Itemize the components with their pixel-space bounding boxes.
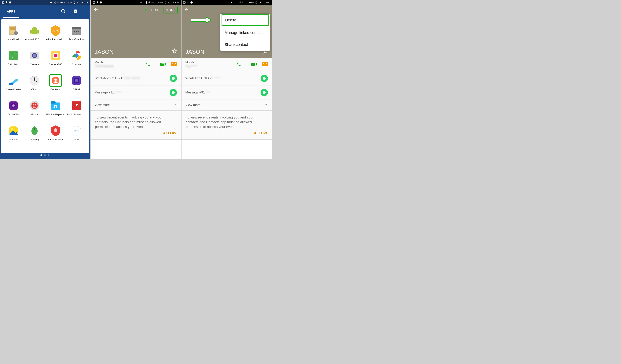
mobile-row[interactable]: Mobile 7xy***** — [182, 58, 272, 71]
svg-rect-66 — [183, 1, 186, 4]
apps-tab[interactable]: APPS — [3, 5, 19, 18]
whatsapp-call-row[interactable]: WhatsApp Call +91 7789 49568 — [91, 71, 181, 85]
app-flash-player-s-[interactable]: Flash Player S… — [66, 99, 87, 120]
video-icon[interactable] — [251, 62, 257, 67]
app-chrome[interactable]: Chrome — [66, 49, 87, 70]
app-greenify[interactable]: Greenify — [24, 124, 45, 145]
screen-contact-menu: 1 4G 80% 11:23 a.m. Delete Manage linked… — [182, 0, 272, 159]
allow-button[interactable]: ALLOW — [182, 130, 272, 140]
svg-point-54 — [11, 128, 13, 131]
picture-icon — [183, 1, 186, 4]
whatsapp-message-row[interactable]: Message +91 **** — [182, 85, 272, 100]
svg-rect-0 — [2, 1, 4, 4]
call-icon[interactable] — [146, 62, 150, 67]
overflow-icon[interactable] — [85, 9, 87, 15]
svg-rect-42 — [75, 79, 78, 82]
back-icon[interactable] — [185, 7, 189, 13]
svg-rect-19 — [72, 27, 81, 29]
svg-point-20 — [74, 31, 75, 32]
app-busybox-pro[interactable]: BusyBox Pro — [66, 24, 87, 45]
app-clean-master[interactable]: Clean Master — [3, 74, 24, 95]
whatsapp-message-row[interactable]: Message +91 7**** — [91, 85, 181, 100]
arrow-annotation — [191, 17, 212, 23]
app-contacts[interactable]: Contacts — [45, 74, 66, 95]
app-android-id-cha-[interactable]: Android ID Cha… — [24, 24, 45, 45]
app-apk-permissio-[interactable]: APKAPK Permissio… — [45, 24, 66, 45]
svg-rect-60 — [165, 1, 166, 3]
app-label: CPU-Z — [73, 88, 80, 91]
svg-rect-58 — [93, 1, 95, 4]
edit-button[interactable]: EDIT — [150, 7, 160, 13]
voice-icon — [187, 1, 189, 4]
menu-share-contact[interactable]: Share contact — [220, 39, 270, 51]
page-indicator — [0, 153, 90, 158]
svg-rect-50 — [51, 101, 56, 103]
app-gallery[interactable]: Gallery — [3, 124, 24, 145]
search-icon[interactable] — [61, 9, 66, 15]
time-label: 11:23 a.m. — [77, 1, 88, 4]
mute-icon — [231, 1, 234, 4]
whatsapp-icon[interactable] — [170, 89, 177, 96]
app-droidvpn[interactable]: DroidVPN — [3, 99, 24, 120]
app-label: ES File Explorer — [46, 113, 65, 116]
svg-rect-68 — [256, 1, 257, 3]
svg-rect-14 — [32, 30, 37, 34]
contact-name: JASON — [185, 49, 204, 55]
menu-manage-linked[interactable]: Manage linked contacts — [220, 27, 270, 39]
svg-point-22 — [78, 31, 79, 32]
view-more-row[interactable]: View more — [91, 100, 181, 111]
time-label: 11:23 a.m. — [168, 1, 179, 4]
call-icon[interactable] — [237, 62, 241, 67]
mobile-number: 7378765436 — [95, 65, 114, 68]
message-icon[interactable] — [262, 62, 268, 67]
app-calculator[interactable]: + −× ÷Calculator — [3, 49, 24, 70]
mobile-label: Mobile — [185, 61, 237, 64]
app-label: Android ID Cha… — [25, 38, 44, 41]
app-label: Chrome — [72, 63, 81, 66]
app-label: Clean Master — [6, 88, 21, 91]
favorite-icon[interactable] — [172, 48, 177, 55]
svg-text:imo: imo — [73, 129, 80, 133]
more-button[interactable]: MORE — [163, 7, 178, 14]
svg-point-21 — [76, 31, 77, 32]
app-label: Hammer VPN — [48, 138, 63, 141]
network-label: 4G — [242, 1, 244, 4]
mobile-row[interactable]: Mobile 7378765436 — [91, 58, 181, 71]
svg-text:@: @ — [33, 103, 37, 108]
svg-line-2 — [51, 2, 52, 3]
battery-icon — [255, 1, 258, 4]
events-permission-text: To view recent events involving you and … — [91, 111, 181, 130]
whatsapp-call-row[interactable]: WhatsApp Call +91 ***** — [182, 71, 272, 85]
whatsapp-icon[interactable] — [170, 75, 177, 82]
signal-icon — [57, 1, 59, 4]
app-clock[interactable]: Clock — [24, 74, 45, 95]
signal2-icon — [155, 1, 157, 4]
mobile-label: Mobile — [95, 61, 146, 64]
app-cpu-z[interactable]: CPU-Z — [66, 74, 87, 95]
battery-icon — [73, 1, 76, 4]
app-email[interactable]: @Email — [24, 99, 45, 120]
app-airtel-live-[interactable]: airtel live! — [3, 24, 24, 45]
view-more-row[interactable]: View more — [182, 100, 272, 111]
app-label: Email — [31, 113, 38, 116]
whatsapp-icon[interactable] — [261, 89, 268, 96]
app-imo[interactable]: imoimo — [66, 124, 87, 145]
app-label: Camera360 — [49, 63, 62, 66]
menu-delete[interactable]: Delete — [222, 15, 269, 26]
whatsapp-icon[interactable] — [261, 75, 268, 82]
message-icon[interactable] — [171, 62, 177, 67]
app-hammer-vpn[interactable]: Hammer VPN — [45, 124, 66, 145]
screen-app-drawer: 1 4G 80% 11:23 a.m. APPS airtel live!And… — [0, 0, 90, 159]
app-label: Gallery — [9, 138, 18, 141]
contact-header: Delete Manage linked contacts Share cont… — [182, 5, 272, 58]
svg-point-67 — [191, 1, 193, 4]
allow-button[interactable]: ALLOW — [91, 130, 181, 140]
svg-point-55 — [54, 128, 57, 132]
app-camera[interactable]: Camera — [24, 49, 45, 70]
app-es-file-explorer[interactable]: ESES File Explorer — [45, 99, 66, 120]
store-icon[interactable] — [73, 9, 78, 15]
app-grid: airtel live!Android ID Cha…APKAPK Permis… — [1, 19, 89, 156]
video-icon[interactable] — [160, 62, 166, 67]
back-icon[interactable] — [94, 7, 98, 13]
app-camera360[interactable]: Camera360 — [45, 49, 66, 70]
